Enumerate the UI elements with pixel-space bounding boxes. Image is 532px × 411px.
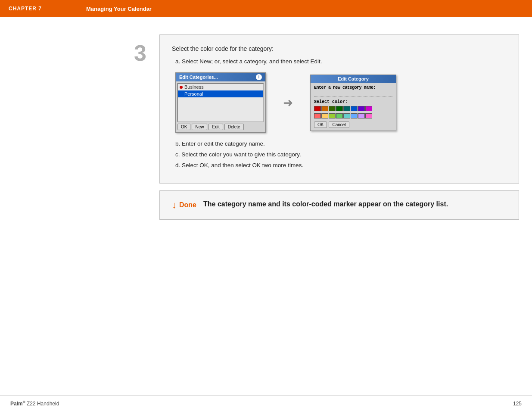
edit-button[interactable]: Edit [208,124,223,130]
business-label: Business [184,84,204,90]
business-dot [180,86,183,89]
edit-categories-titlebar: Edit Categories... i [176,73,265,81]
new-button[interactable]: New [192,124,207,130]
color-grid [314,106,392,111]
edit-categories-dialog: Edit Categories... i Business Personal [175,72,266,133]
color-swatch[interactable] [343,106,350,111]
ok-button[interactable]: OK [177,124,190,130]
step-sub-a: a. Select New; or, select a category, an… [175,58,507,65]
color-swatch[interactable] [365,113,372,118]
color-swatch[interactable] [358,113,365,118]
color-swatch[interactable] [321,106,328,111]
footer-brand: Palm® Z22 Handheld [10,400,59,407]
color-swatch[interactable] [351,113,358,118]
screenshot-area: Edit Categories... i Business Personal [175,72,507,133]
info-icon: i [256,74,262,80]
color-swatch[interactable] [358,106,365,111]
color-swatch[interactable] [314,106,321,111]
personal-label: Personal [184,91,203,97]
step-sub-c: c. Select the color you want to give thi… [175,151,507,158]
arrow-icon: ➜ [283,96,293,110]
done-icon-area: ↓ Done [172,199,196,211]
edit-category-body: Enter a new category name: Select color:… [311,83,396,131]
color-swatch[interactable] [314,113,321,118]
page-footer: Palm® Z22 Handheld 125 [0,395,532,411]
color-swatch[interactable] [336,113,343,118]
model-name: Z22 Handheld [27,401,59,407]
color-swatch[interactable] [365,106,372,111]
step-3-box: 3 Select the color code for the category… [159,34,519,184]
done-label: Done [179,201,196,209]
chapter-label: CHAPTER 7 [9,6,86,12]
name-label: Enter a new category name: [314,85,392,90]
list-item-business[interactable]: Business [178,84,263,90]
right-column: 3 Select the color code for the category… [159,34,519,220]
color-label: Select color: [314,100,392,104]
categories-list: Business Personal [177,83,264,122]
done-arrow-icon: ↓ [172,199,177,211]
step-sub-b: b. Enter or edit the category name. [175,140,507,147]
edit-category-footer: OK Cancel [314,121,392,128]
list-item-personal[interactable]: Personal [178,90,263,97]
edit-categories-buttons: OK New Edit Delete [176,122,265,132]
done-box: ↓ Done The category name and its color-c… [159,190,519,220]
step-number: 3 [134,42,146,64]
color-swatch[interactable] [321,113,328,118]
step-sub-d: d. Select OK, and then select OK two mor… [175,162,507,168]
registered-mark: ® [23,400,25,404]
step-intro: Select the color code for the category: [172,45,507,52]
color-swatch[interactable] [351,106,358,111]
page-number: 125 [513,401,522,407]
color-swatch[interactable] [336,106,343,111]
chapter-title: Managing Your Calendar [86,6,152,12]
personal-dot [180,93,183,96]
edit-category-titlebar: Edit Category [311,75,396,83]
color-swatch[interactable] [329,113,336,118]
ec-cancel-button[interactable]: Cancel [329,121,349,128]
main-content: 3 Select the color code for the category… [0,17,532,233]
brand-name: Palm® [10,401,25,407]
edit-category-dialog: Edit Category Enter a new category name:… [310,75,396,131]
category-name-input[interactable] [314,90,392,97]
delete-button[interactable]: Delete [224,124,244,130]
edit-categories-title: Edit Categories... [179,75,218,80]
ec-ok-button[interactable]: OK [314,121,327,128]
color-grid-row2 [314,113,392,118]
done-text: The category name and its color-coded ma… [203,199,448,209]
page-header: CHAPTER 7 Managing Your Calendar [0,0,532,17]
color-swatch[interactable] [343,113,350,118]
color-swatch[interactable] [329,106,336,111]
